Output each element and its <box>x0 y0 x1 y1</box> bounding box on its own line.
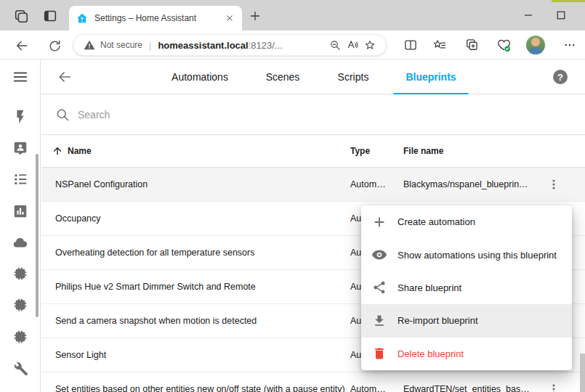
read-aloud-icon[interactable] <box>344 36 361 54</box>
address-host: homeassistant.local <box>158 40 248 51</box>
table-row[interactable]: Set entities based on other entities new… <box>41 372 585 392</box>
menu-item-label: Create automation <box>398 216 475 227</box>
security-label: Not secure <box>100 40 142 50</box>
browser-window: Settings – Home Assistant Not secure <box>0 0 585 392</box>
row-name: Set entities based on other entities new… <box>55 384 345 392</box>
row-name: Occupancy <box>55 213 101 224</box>
help-icon[interactable]: ? <box>553 70 568 84</box>
sidebar-item-energy-lightning-icon[interactable] <box>12 108 29 126</box>
search-input[interactable] <box>78 109 296 121</box>
sidebar-menu-icon[interactable] <box>12 68 29 86</box>
sidebar-scrollbar-thumb[interactable] <box>36 154 39 317</box>
table-row[interactable]: NSPanel Configuration Autom… Blackymas/n… <box>41 168 585 202</box>
address-bar[interactable]: Not secure | homeassistant.local :8123/.… <box>73 34 387 56</box>
window-maximize-button[interactable] <box>549 4 573 27</box>
address-path: :8123/... <box>249 40 283 51</box>
row-file: Blackymas/nspanel_blueprin… <box>403 179 528 189</box>
browser-essentials-icon[interactable] <box>493 35 514 55</box>
zoom-out-icon[interactable] <box>326 36 344 54</box>
tab-scripts[interactable]: Scripts <box>326 60 382 94</box>
ha-sidebar <box>0 60 41 392</box>
tab-close-icon[interactable] <box>225 13 235 23</box>
sidebar-item-history-chart-icon[interactable] <box>12 203 29 220</box>
sidebar-item-list-icon[interactable] <box>12 171 29 188</box>
menu-item-label: Re-import blueprint <box>398 315 478 326</box>
tab-scenes[interactable]: Scenes <box>254 60 312 94</box>
plus-icon <box>371 213 388 231</box>
tab-blueprints[interactable]: Blueprints <box>393 60 468 94</box>
menu-item-share-blueprint[interactable]: Share blueprint <box>361 271 572 304</box>
new-tab-button[interactable] <box>246 7 265 25</box>
menu-item-create-automation[interactable]: Create automation <box>361 205 572 238</box>
settings-menu-icon[interactable] <box>560 35 580 55</box>
home-assistant-app: Automations Scenes Scripts Blueprints ? … <box>0 60 585 392</box>
row-name: Send a camera snapshot when motion is de… <box>55 316 257 326</box>
menu-item-label: Share blueprint <box>398 282 461 293</box>
not-secure-warning-icon <box>84 39 95 51</box>
blueprint-context-menu: Create automation Show automations using… <box>361 205 572 370</box>
favorite-star-icon[interactable] <box>361 36 379 54</box>
ha-back-icon[interactable] <box>56 68 73 86</box>
menu-item-delete-blueprint[interactable]: Delete blueprint <box>361 338 572 370</box>
sort-ascending-icon[interactable] <box>52 145 63 157</box>
download-icon <box>371 312 388 330</box>
back-icon[interactable] <box>12 36 31 55</box>
main-scrollbar-thumb[interactable] <box>580 354 585 392</box>
menu-item-label: Delete blueprint <box>398 348 464 359</box>
tab-title: Settings – Home Assistant <box>94 13 225 23</box>
table-header: Name Type File name <box>41 135 585 168</box>
ha-content: Automations Scenes Scripts Blueprints ? … <box>41 60 585 392</box>
sidebar-item-wrench-icon[interactable] <box>12 360 29 377</box>
sidebar-item-chip-2-icon[interactable] <box>12 296 29 314</box>
row-overflow-menu-icon[interactable] <box>545 176 562 193</box>
browser-tab-active[interactable]: Settings – Home Assistant <box>69 6 242 30</box>
tab-automations[interactable]: Automations <box>159 60 241 94</box>
search-bar <box>41 94 585 135</box>
eye-icon <box>371 246 388 264</box>
refresh-icon[interactable] <box>45 36 64 55</box>
menu-item-label: Show automations using this blueprint <box>398 250 557 261</box>
sidebar-item-cloud-icon[interactable] <box>12 234 29 251</box>
sidebar-item-badge-account-icon[interactable] <box>12 139 29 157</box>
search-icon <box>55 107 70 122</box>
favorites-icon[interactable] <box>429 35 450 55</box>
trash-icon <box>371 345 388 362</box>
row-name: Overheating detection for all temperatur… <box>55 248 254 258</box>
column-header-file[interactable]: File name <box>403 146 443 156</box>
sidebar-item-chip-1-icon[interactable] <box>12 265 29 282</box>
menu-item-reimport-blueprint[interactable]: Re-import blueprint <box>361 304 572 337</box>
window-minimize-button[interactable] <box>517 4 540 27</box>
share-icon <box>371 279 388 296</box>
row-file: EdwardTEN/set_entities_bas… <box>403 384 530 392</box>
row-name: Sensor Light <box>55 350 106 360</box>
menu-item-show-automations[interactable]: Show automations using this blueprint <box>361 238 572 271</box>
collections-icon[interactable] <box>461 35 482 55</box>
split-screen-icon[interactable] <box>400 35 421 55</box>
row-overflow-menu-icon[interactable] <box>545 380 562 392</box>
column-header-name[interactable]: Name <box>68 146 92 156</box>
browser-toolbar: Not secure | homeassistant.local :8123/.… <box>0 30 585 60</box>
sidebar-item-chip-3-icon[interactable] <box>12 328 29 346</box>
row-type: Autom… <box>350 179 386 189</box>
address-separator: | <box>149 40 151 51</box>
browser-titlebar: Settings – Home Assistant <box>0 0 585 30</box>
ha-header: Automations Scenes Scripts Blueprints ? <box>41 60 585 94</box>
profile-avatar[interactable] <box>526 36 545 54</box>
column-header-type[interactable]: Type <box>350 146 370 156</box>
row-name: Philips Hue v2 Smart Dimmer Switch and R… <box>55 282 256 292</box>
desktop-edge-strip <box>552 0 585 2</box>
row-name: NSPanel Configuration <box>55 179 148 189</box>
row-type: Autom… <box>350 384 386 392</box>
tab-stacks-icon[interactable] <box>12 7 31 25</box>
home-assistant-favicon <box>76 12 88 24</box>
vertical-tabs-icon[interactable] <box>41 7 60 25</box>
